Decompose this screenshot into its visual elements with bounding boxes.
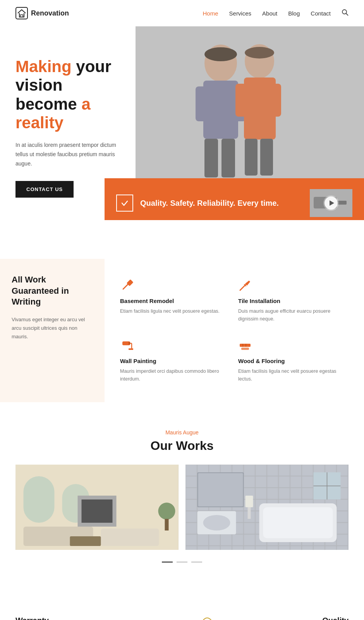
service-item-basement: Basement Remodel Etiam facilisis ligula …	[116, 270, 234, 331]
dot-3[interactable]	[191, 561, 202, 563]
hero-description: In at iaculis lorem praesent tempor dict…	[15, 141, 128, 168]
service-item-painting: Wall Painting Mauris imperdiet orci dapi…	[116, 331, 234, 391]
svg-rect-58	[246, 496, 253, 507]
service-name-basement: Basement Remodel	[120, 298, 227, 304]
video-thumbnail[interactable]	[310, 189, 352, 217]
workers-illustration	[136, 26, 364, 205]
service-desc-basement: Etiam facilisis ligula nec velit posuere…	[120, 307, 227, 315]
service-name-flooring: Wood & Flooring	[238, 358, 345, 364]
dot-2[interactable]	[177, 561, 187, 563]
service-name-tile: Tile Installation	[238, 298, 345, 304]
works-image-living[interactable]	[15, 465, 179, 550]
service-desc-flooring: Etiam facilisis ligula nec velit posuere…	[238, 367, 345, 383]
services-grid: Basement Remodel Etiam facilisis ligula …	[105, 259, 364, 402]
home-icon	[15, 7, 28, 19]
svg-rect-49	[198, 473, 243, 506]
quality-card: Quality Proin ex ipsum facilisis id tinc…	[237, 616, 349, 620]
svg-rect-19	[136, 26, 364, 205]
guarantee-desc: Vivamus eget integer eu arcu vel arcu su…	[12, 315, 93, 341]
warranty-section: Warranty Proin ex ipsum facilisis id tin…	[0, 586, 364, 620]
nav-about[interactable]: About	[262, 10, 277, 17]
nav-links: Home Services About Blog Contact	[203, 9, 349, 17]
banner-left: Quality. Safety. Reliability. Every time…	[116, 195, 279, 212]
works-gallery	[15, 465, 349, 550]
svg-rect-53	[263, 507, 333, 538]
service-desc-painting: Mauris imperdiet orci dapibus commodo li…	[120, 367, 227, 383]
works-label: Mauris Augue	[15, 429, 349, 436]
nav-blog[interactable]: Blog	[288, 10, 300, 17]
svg-line-3	[346, 14, 348, 16]
services-section: All Work Guaranteed in Writing Vivamus e…	[0, 259, 364, 402]
warranty-card: Warranty Proin ex ipsum facilisis id tin…	[15, 616, 127, 620]
logo-text: Renovation	[31, 9, 69, 17]
service-name-painting: Wall Painting	[120, 358, 227, 364]
tools-illustration	[127, 601, 238, 620]
check-icon	[116, 195, 133, 212]
works-pagination	[15, 558, 349, 574]
works-section: Mauris Augue Our Works	[0, 402, 364, 586]
warranty-title: Warranty	[15, 616, 127, 620]
service-item-flooring: Wood & Flooring Etiam facilisis ligula n…	[234, 331, 352, 391]
hero-section: Making your vision become a reality In a…	[0, 26, 364, 220]
contact-us-button[interactable]: CONTACT US	[15, 181, 74, 198]
logo[interactable]: Renovation	[15, 7, 69, 19]
dot-1[interactable]	[162, 561, 173, 563]
quality-banner: Quality. Safety. Reliability. Every time…	[105, 178, 364, 220]
quality-title: Quality	[237, 616, 349, 620]
svg-rect-30	[240, 344, 251, 347]
svg-rect-29	[129, 348, 133, 350]
search-icon[interactable]	[342, 9, 349, 17]
hero-image	[136, 26, 364, 205]
roller-icon	[120, 338, 227, 354]
wood-icon	[238, 338, 345, 354]
service-item-tile: Tile Installation Duis mauris augue effi…	[234, 270, 352, 331]
banner-tagline: Quality. Safety. Reliability. Every time…	[140, 198, 279, 208]
svg-rect-38	[82, 499, 113, 523]
trowel-icon	[238, 278, 345, 294]
hero-title: Making your vision become a reality	[15, 57, 128, 132]
guarantee-title: All Work Guaranteed in Writing	[12, 274, 93, 308]
play-button[interactable]	[325, 196, 338, 210]
service-desc-tile: Duis mauris augue efficitur euarcu posue…	[238, 307, 345, 323]
tools-svg	[128, 601, 236, 620]
svg-rect-43	[165, 519, 169, 530]
nav-services[interactable]: Services	[229, 10, 252, 17]
works-image-bathroom[interactable]	[185, 465, 349, 550]
svg-rect-26	[129, 342, 130, 344]
nav-home[interactable]: Home	[203, 10, 218, 17]
svg-rect-40	[101, 529, 159, 546]
navigation: Renovation Home Services About Blog Cont…	[0, 0, 364, 26]
svg-rect-41	[70, 536, 101, 546]
hammer-icon	[120, 278, 227, 294]
guarantee-card: All Work Guaranteed in Writing Vivamus e…	[0, 259, 105, 402]
svg-point-42	[158, 503, 175, 520]
nav-contact[interactable]: Contact	[311, 10, 331, 17]
svg-rect-33	[241, 348, 249, 350]
svg-point-51	[203, 515, 230, 530]
works-title: Our Works	[15, 439, 349, 453]
svg-rect-35	[24, 476, 55, 523]
